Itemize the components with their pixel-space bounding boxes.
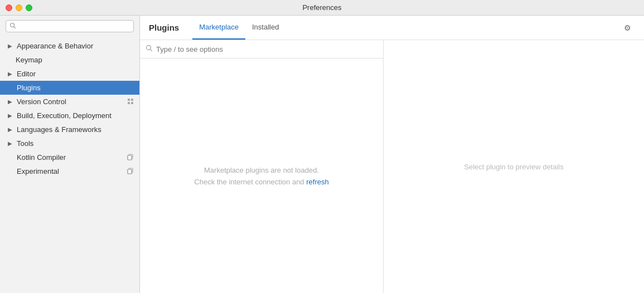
gear-button[interactable]: ⚙	[619, 20, 635, 36]
sidebar-search-box[interactable]	[6, 20, 134, 32]
plugin-search-bar[interactable]	[140, 40, 383, 58]
plugins-empty-sub-before: Check the internet connection and	[194, 178, 306, 186]
plugins-preview-panel: Select plugin to preview details	[384, 40, 644, 293]
plugins-empty-state: Marketplace plugins are not loaded. Chec…	[140, 58, 383, 293]
maximize-button[interactable]	[26, 4, 32, 11]
sidebar-nav: ▶ Appearance & Behavior Keymap ▶ Editor …	[0, 37, 139, 293]
sidebar-item-label: Version Control	[17, 97, 124, 106]
chevron-right-icon: ▶	[8, 140, 13, 146]
svg-rect-3	[131, 99, 133, 101]
svg-line-13	[151, 50, 152, 51]
sidebar-item-label: Appearance & Behavior	[17, 42, 134, 50]
sidebar-item-experimental[interactable]: Experimental	[0, 164, 139, 178]
sidebar-item-label: Tools	[17, 139, 134, 148]
tab-marketplace[interactable]: Marketplace	[192, 16, 245, 40]
sidebar-item-label: Editor	[17, 70, 134, 78]
sidebar-item-editor[interactable]: ▶ Editor	[0, 67, 139, 81]
plugin-search-input[interactable]	[156, 45, 377, 53]
main-layout: ▶ Appearance & Behavior Keymap ▶ Editor …	[0, 16, 644, 293]
chevron-right-icon: ▶	[8, 126, 13, 133]
plugins-empty-sub: Check the internet connection and refres…	[194, 178, 328, 186]
minimize-button[interactable]	[16, 4, 22, 11]
tab-installed-label: Installed	[252, 23, 279, 31]
sidebar-search-input[interactable]	[18, 22, 130, 30]
plugins-header: Plugins Marketplace Installed ⚙	[140, 16, 644, 40]
title-bar: Preferences	[0, 0, 644, 16]
close-button[interactable]	[6, 4, 12, 11]
plugin-search-icon	[146, 45, 153, 53]
sidebar-item-kotlin-compiler[interactable]: Kotlin Compiler	[0, 150, 139, 164]
plugins-list-panel: Marketplace plugins are not loaded. Chec…	[140, 40, 384, 293]
window-title: Preferences	[302, 3, 341, 12]
refresh-link[interactable]: refresh	[306, 178, 328, 186]
sidebar-search-icon	[9, 22, 16, 30]
sidebar-item-appearance-behavior[interactable]: ▶ Appearance & Behavior	[0, 39, 139, 53]
settings-icon	[127, 98, 134, 106]
sidebar-item-label: Plugins	[17, 84, 134, 92]
plugins-title: Plugins	[149, 23, 179, 32]
tab-marketplace-label: Marketplace	[199, 23, 239, 31]
sidebar-item-label: Languages & Frameworks	[17, 125, 134, 134]
svg-rect-4	[128, 102, 130, 104]
copy-icon	[127, 154, 134, 162]
sidebar-item-label: Build, Execution, Deployment	[17, 111, 134, 120]
copy-icon-2	[127, 168, 134, 175]
plugins-empty-message: Marketplace plugins are not loaded.	[204, 166, 319, 174]
content-area: Plugins Marketplace Installed ⚙	[140, 16, 644, 293]
tabs: Marketplace Installed	[192, 16, 285, 40]
chevron-right-icon: ▶	[8, 99, 13, 105]
sidebar-item-keymap[interactable]: Keymap	[0, 53, 139, 67]
sidebar-item-label: Experimental	[17, 167, 124, 175]
svg-rect-10	[128, 169, 132, 174]
traffic-lights	[6, 4, 32, 11]
chevron-right-icon: ▶	[8, 71, 13, 77]
sidebar-item-label: Keymap	[16, 56, 134, 64]
svg-rect-2	[128, 99, 130, 101]
sidebar-item-build-execution[interactable]: ▶ Build, Execution, Deployment	[0, 109, 139, 123]
svg-rect-7	[128, 155, 132, 160]
preview-placeholder-text: Select plugin to preview details	[464, 163, 564, 171]
plugins-body: Marketplace plugins are not loaded. Chec…	[140, 40, 644, 293]
sidebar-item-tools[interactable]: ▶ Tools	[0, 136, 139, 150]
sidebar: ▶ Appearance & Behavior Keymap ▶ Editor …	[0, 16, 140, 293]
svg-line-1	[14, 27, 16, 28]
sidebar-item-plugins[interactable]: Plugins	[0, 81, 139, 95]
sidebar-item-version-control[interactable]: ▶ Version Control	[0, 95, 139, 109]
sidebar-item-label: Kotlin Compiler	[17, 153, 124, 162]
gear-icon: ⚙	[624, 23, 631, 32]
tab-installed[interactable]: Installed	[245, 16, 285, 40]
chevron-right-icon: ▶	[8, 43, 13, 49]
sidebar-item-languages-frameworks[interactable]: ▶ Languages & Frameworks	[0, 123, 139, 136]
chevron-right-icon: ▶	[8, 113, 13, 119]
svg-rect-5	[131, 102, 133, 104]
